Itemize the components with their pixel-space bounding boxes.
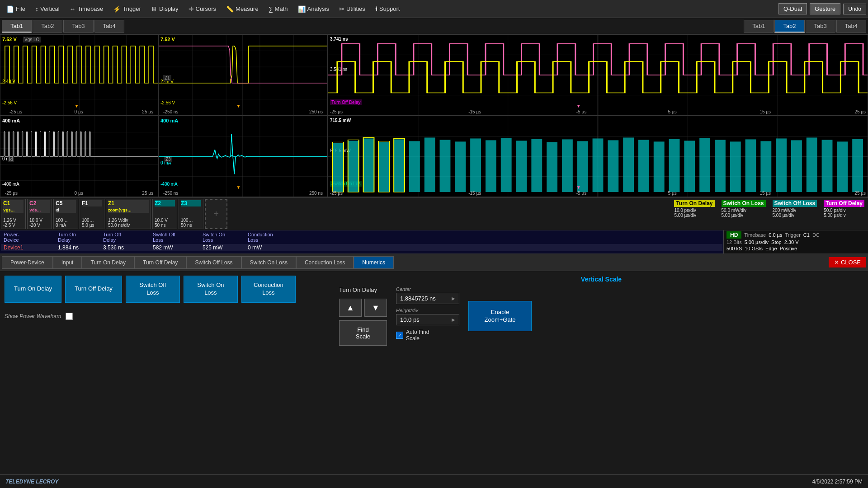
menu-vertical[interactable]: ↕ Vertical [31, 4, 64, 14]
svg-rect-62 [486, 140, 496, 192]
scope-panels: 7.52 V 2.48 V -2.56 V Vgs LO -25 µs 0 µs… [0, 34, 868, 198]
close-button[interactable]: ✕ CLOSE [829, 257, 866, 267]
bits-badge: 12 Bits [726, 239, 742, 245]
switch-on-loss-button[interactable]: Switch OnLoss [184, 276, 238, 303]
menu-utilities-label: Utilities [346, 5, 365, 12]
nav-tab-turn-off-delay[interactable]: Turn Off Delay [134, 256, 186, 269]
menu-utilities[interactable]: ✂ Utilities [335, 4, 370, 14]
menu-file[interactable]: 📄 File [2, 4, 30, 14]
height-field: Height/div 10.0 ps ▶ [396, 308, 459, 325]
menu-support[interactable]: ℹ Support [371, 4, 405, 14]
height-value[interactable]: 10.0 ps ▶ [396, 314, 459, 325]
ch-box-c2[interactable]: C2Vds… 10.0 V-20 V [27, 199, 52, 229]
menu-vertical-label: Vertical [40, 5, 60, 12]
pt-status-row-2: 12 Bits 5.00 µs/div Stop 2.30 V [726, 239, 865, 245]
pt-sw-on-1: 525 mW [202, 244, 247, 251]
rate1-value: 5.00 µs/div [745, 239, 769, 245]
undo-button[interactable]: Undo [843, 4, 866, 14]
x-axis-end-3: 25 µs [854, 109, 866, 114]
scope-panel-6[interactable]: 715.5 mW 515.5 mW Switch On Los [328, 116, 868, 197]
nav-tab-power-device[interactable]: Power-Device [2, 256, 53, 269]
x-axis-1: -25 µs [9, 109, 22, 114]
menu-cursors[interactable]: ✛ Cursors [184, 4, 221, 14]
menu-analysis-label: Analysis [307, 5, 329, 12]
svg-rect-72 [638, 140, 649, 192]
scope-panel-4[interactable]: 400 mA 0 mA -400 mA Id -25 µs 0 µs 25 µs [0, 116, 158, 197]
tab-left-4[interactable]: Tab4 [94, 20, 124, 33]
ch-right-switch-on[interactable]: Switch On Loss 50.0 mW/div5.00 µs/div [719, 199, 769, 229]
stop-label: Stop [771, 239, 782, 245]
scope-panel-2[interactable]: 7.52 V 2.48 V -2.56 V Z1 -250 ns 250 ns … [158, 34, 328, 116]
menu-measure[interactable]: 📏 Measure [222, 4, 263, 14]
vs-up-button[interactable]: ▲ [339, 299, 362, 317]
scope-label-6: 715.5 mW [330, 118, 351, 123]
menu-analysis[interactable]: 📊 Analysis [293, 4, 334, 14]
svg-rect-75 [684, 141, 695, 192]
ch-name-c1: C1Vgs… [3, 200, 24, 213]
ch-box-c5[interactable]: C5Id 100…0 mA [53, 199, 78, 229]
x-axis-3-6: -5 µs [576, 191, 586, 196]
tab-right-2[interactable]: Tab2 [774, 20, 804, 33]
menu-trigger[interactable]: ⚡ Trigger [108, 4, 146, 14]
menu-timebase[interactable]: ↔ Timebase [65, 4, 108, 14]
turn-off-delay-button[interactable]: Turn Off Delay [65, 276, 122, 303]
ch-val-z3: 100…50 ns [181, 218, 201, 228]
trigger-dc: DC [812, 232, 820, 238]
ch-name-c2: C2Vds… [29, 200, 50, 213]
scope-panel-5[interactable]: 400 mA 0 mA -400 mA Z3 -250 ns 250 ns ▼ [158, 116, 328, 197]
add-channel-button[interactable]: + [205, 199, 227, 229]
svg-rect-61 [470, 138, 481, 192]
nav-tab-input[interactable]: Input [53, 256, 82, 269]
svg-rect-70 [608, 140, 618, 192]
menu-trigger-label: Trigger [123, 5, 141, 12]
ch-box-f1[interactable]: F1 100…5.0 µs [80, 199, 104, 229]
nav-tab-numerics[interactable]: Numerics [354, 256, 394, 269]
vs-down-button[interactable]: ▼ [364, 299, 387, 317]
nav-tab-turn-on-delay[interactable]: Turn On Delay [82, 256, 134, 269]
analysis-icon: 📊 [298, 5, 306, 13]
waveform-2 [159, 35, 327, 115]
x-axis-end-4: 25 µs [142, 191, 153, 196]
gesture-button[interactable]: Gesture [810, 3, 840, 14]
find-scale-button[interactable]: FindScale [339, 320, 387, 346]
nav-tab-conduction-loss[interactable]: Conduction Loss [296, 256, 354, 269]
trigger-ch: C1 [803, 232, 810, 238]
tab-right-1[interactable]: Tab1 [744, 20, 774, 33]
menu-support-label: Support [379, 5, 400, 12]
show-power-checkbox[interactable] [66, 313, 73, 320]
tab-left-2[interactable]: Tab2 [33, 20, 62, 33]
ch-right-turn-on[interactable]: Turn On Delay 10.0 ps/div5.00 µs/div [671, 199, 717, 229]
vs-arrows: ▲ ▼ [339, 299, 387, 317]
ch-box-z2[interactable]: Z2 10.0 V50 ns [152, 199, 177, 229]
file-icon: 📄 [6, 5, 14, 13]
tab-left-1[interactable]: Tab1 [2, 20, 32, 33]
conduction-loss-button[interactable]: ConductionLoss [241, 276, 296, 303]
ch-name-c5: C5Id [56, 200, 76, 213]
menu-display[interactable]: 🖥 Display [146, 4, 183, 14]
center-value[interactable]: 1.8845725 ns ▶ [396, 293, 459, 304]
ch-right-turn-off[interactable]: Turn Off Delay 50.0 ps/div5.00 µs/div [821, 199, 867, 229]
turn-on-delay-button[interactable]: Turn On Delay [5, 276, 61, 303]
ch-box-z1[interactable]: Z1zoom(Vgs… 1.26 V/div50.0 ns/div [106, 199, 151, 229]
tab-right-4[interactable]: Tab4 [836, 20, 866, 33]
enable-zoom-button[interactable]: EnableZoom+Gate [468, 301, 532, 332]
scope-panel-1[interactable]: 7.52 V 2.48 V -2.56 V Vgs LO -25 µs 0 µs… [0, 34, 158, 116]
auto-find-checkbox[interactable]: ✓ [396, 332, 403, 339]
left-controls: Turn On Delay Turn Off Delay Switch OffL… [5, 276, 330, 484]
ch-box-z3[interactable]: Z3 100…50 ns [179, 199, 203, 229]
ch-box-c1[interactable]: C1Vgs… 1.26 V-2.5 V [1, 199, 26, 229]
nav-tab-switch-on-loss[interactable]: Switch On Loss [241, 256, 296, 269]
tab-left-3[interactable]: Tab3 [63, 20, 93, 33]
menu-math[interactable]: ∑ Math [264, 4, 292, 14]
tab-right-3[interactable]: Tab3 [806, 20, 835, 33]
vertical-icon: ↕ [35, 5, 38, 13]
nav-tab-switch-off-loss[interactable]: Switch Off Loss [186, 256, 241, 269]
scope-panel-3[interactable]: 3.741 ns 3.541 ns Turn Off Delay -25 µs … [328, 34, 868, 116]
tab-bar: Tab1 Tab2 Tab3 Tab4 Tab1 Tab2 Tab3 Tab4 [0, 18, 868, 34]
vs-content: Turn On Delay ▲ ▼ FindScale Center 1.884… [339, 286, 863, 346]
switch-off-loss-button[interactable]: Switch OffLoss [126, 276, 180, 303]
x-axis-1-3: -25 µs [330, 109, 343, 114]
edge-label: Edge [765, 246, 777, 251]
q-dual-button[interactable]: Q-Dual [778, 3, 807, 14]
ch-right-switch-off[interactable]: Switch Off Loss 200 mW/div5.00 µs/div [770, 199, 820, 229]
